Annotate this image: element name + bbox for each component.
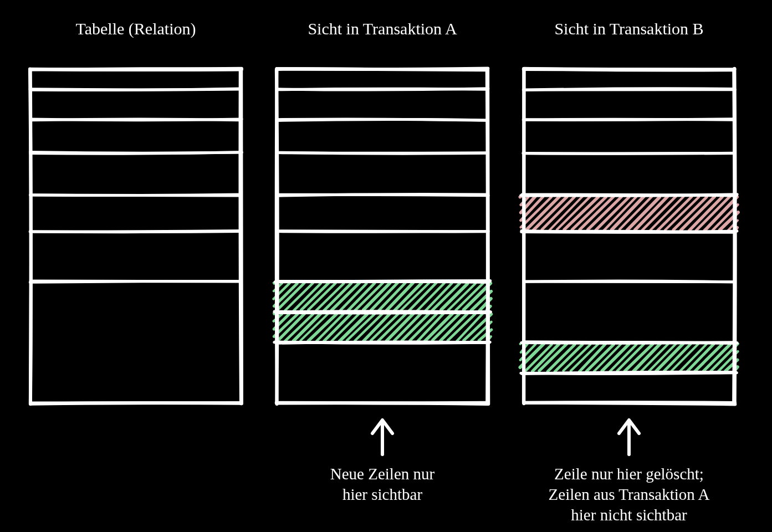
col1-title: Tabelle (Relation) — [76, 19, 196, 38]
col3-caption-line1: Zeile nur hier gelöscht; — [554, 465, 704, 483]
col2-title: Sicht in Transaktion A — [308, 19, 457, 38]
col3-caption-line2: Zeilen aus Transaktion A — [549, 485, 710, 503]
columns — [30, 69, 738, 405]
mvcc-diagram: Tabelle (Relation) Sicht in Transaktion … — [0, 0, 772, 532]
col3-caption-line3: hier nicht sichtbar — [571, 506, 687, 524]
arrow-col3 — [619, 420, 639, 454]
col2-caption-line2: hier sichtbar — [342, 485, 422, 503]
col3-title: Sicht in Transaktion B — [554, 19, 703, 38]
arrow-col2 — [372, 420, 392, 454]
col2-caption-line1: Neue Zeilen nur — [330, 465, 435, 483]
